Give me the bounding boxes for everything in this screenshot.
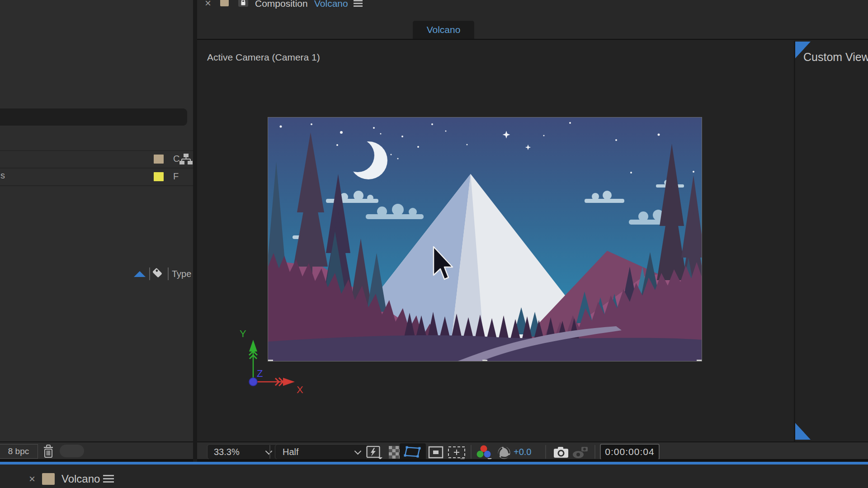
label-tag-icon[interactable] [152,267,164,280]
panel-title[interactable]: Composition [255,0,308,9]
axis-z-label: Z [257,368,263,379]
project-search-box[interactable] [0,108,187,126]
chevron-down-icon [354,447,362,455]
active-camera-label[interactable]: Active Camera (Camera 1) [207,52,320,63]
resolution-value: Half [283,447,299,457]
timeline-tab-label[interactable]: Volcano [61,473,100,485]
panel-close-icon[interactable]: × [205,0,211,9]
composition-artwork [268,117,702,361]
timeline-panel-header: × Volcano [0,465,868,488]
toolbar-separator [594,445,595,459]
mouse-cursor [432,246,455,282]
exposure-value[interactable]: +0.0 [514,447,531,457]
fast-previews-button[interactable] [366,445,383,460]
safe-margins-button[interactable] [428,446,443,459]
timeline-tab-close-icon[interactable]: × [29,473,35,485]
tab-volcano-label: Volcano [427,24,461,35]
timeline-comp-swatch[interactable] [42,473,55,485]
region-of-interest-button[interactable] [447,446,467,461]
trash-icon[interactable] [42,445,54,458]
panel-divider[interactable] [193,0,197,462]
toolbar-separator [471,445,472,459]
pane-divider[interactable] [794,41,795,441]
magnification-dropdown[interactable]: 33.3% [207,444,278,460]
composition-panel-header: × Composition Volcano Volcano [197,0,868,40]
magnification-value: 33.3% [214,447,240,457]
mask-shape-button[interactable] [404,446,422,458]
timecode-value: 0:00:00:04 [605,446,654,457]
row-type-label: F [173,171,179,182]
layer-color-swatch[interactable] [154,155,164,164]
row-type-label: C [173,154,179,164]
chevron-down-icon [265,447,273,455]
resolution-dropdown[interactable]: Half [275,444,368,460]
footer-toggle-pill[interactable] [60,445,84,457]
panel-color-swatch[interactable] [220,0,229,6]
custom-view-label[interactable]: Custom View [803,51,868,64]
project-row-composition[interactable]: C [0,151,193,169]
project-panel: Type C F s [0,0,193,488]
clipped-edge-text: s [0,170,5,181]
bit-depth-label: 8 bpc [8,446,29,456]
lock-icon[interactable] [238,0,248,7]
take-snapshot-button[interactable] [553,446,570,459]
composition-frame[interactable] [268,117,702,361]
3d-axis-gizmo: Y Z X [235,326,312,403]
panel-title-comp-name[interactable]: Volcano [314,0,348,9]
toolbar-separator [545,445,546,459]
toolbar-separator [269,445,270,459]
layer-color-swatch[interactable] [154,172,164,181]
bit-depth-button[interactable]: 8 bpc [0,444,38,459]
current-time-field[interactable]: 0:00:00:04 [600,444,660,460]
column-divider [168,267,169,280]
axis-y-label: Y [240,328,246,339]
tab-volcano[interactable]: Volcano [413,21,474,39]
column-divider [149,267,150,280]
show-snapshot-button[interactable] [571,446,589,459]
timeline-menu-icon[interactable] [103,475,114,483]
after-effects-window: Type C F s × Composition [0,0,868,488]
show-channel-button[interactable] [474,445,494,461]
sort-ascending-icon[interactable] [134,271,146,277]
panel-menu-icon[interactable] [354,0,363,7]
composition-icon [179,153,193,165]
type-column-header[interactable]: Type [172,269,191,279]
project-columns-header: Type [0,132,193,151]
axis-x-label: X [297,384,303,395]
project-row-footage[interactable]: F [0,169,193,186]
reset-exposure-button[interactable] [496,445,512,460]
